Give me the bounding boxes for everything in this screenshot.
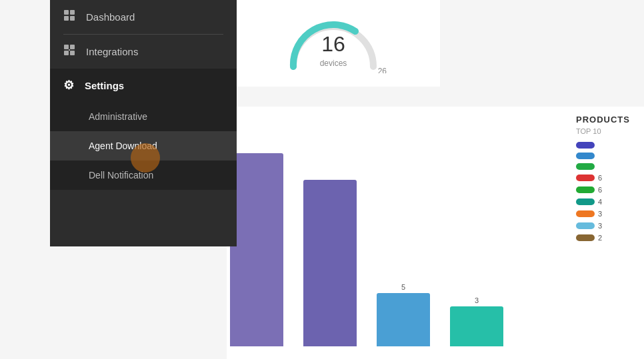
product-item-6: 4 [576, 198, 639, 206]
product-item-3 [576, 163, 639, 170]
product-color-9 [576, 234, 595, 241]
product-count-8: 3 [598, 222, 602, 230]
bar-item-3: 5 [377, 283, 430, 346]
bar-item-2 [303, 178, 357, 346]
agent-download-label: Agent Download [89, 141, 157, 151]
gauge-widget: 16 devices 26 [227, 0, 440, 87]
integrations-label: Integrations [86, 46, 138, 57]
settings-header[interactable]: ⚙ Settings [50, 69, 237, 102]
products-title: PRODUCTS [576, 115, 639, 125]
product-item-7: 3 [576, 210, 639, 218]
product-color-6 [576, 198, 595, 205]
gauge-max: 26 [378, 67, 387, 73]
product-color-8 [576, 222, 595, 229]
product-color-3 [576, 163, 595, 170]
settings-icon: ⚙ [63, 78, 74, 93]
bar-chart: 5 3 [230, 140, 577, 353]
dashboard-label: Dashboard [86, 11, 135, 23]
svg-rect-7 [70, 51, 75, 55]
product-item-2 [576, 153, 639, 159]
sidebar-item-dashboard[interactable]: Dashboard [50, 0, 237, 34]
gauge-value: 16 [321, 32, 345, 57]
product-count-5: 6 [598, 186, 602, 194]
product-count-6: 4 [598, 198, 602, 206]
product-item-4: 6 [576, 174, 639, 182]
svg-rect-4 [64, 45, 69, 49]
product-color-7 [576, 210, 595, 217]
sidebar-item-administrative[interactable]: Administrative [50, 102, 237, 131]
product-count-4: 6 [598, 174, 602, 182]
svg-rect-1 [70, 10, 75, 15]
sidebar-item-integrations[interactable]: Integrations [50, 35, 237, 69]
top10-label: TOP 10 [576, 127, 639, 135]
bar-value-4: 3 [475, 296, 479, 304]
integrations-icon [63, 44, 75, 59]
product-item-1 [576, 142, 639, 149]
svg-rect-6 [64, 51, 69, 55]
sidebar-item-dell-notification[interactable]: Dell Notification [50, 161, 237, 190]
bar-1 [230, 153, 283, 346]
sidebar-item-agent-download[interactable]: Agent Download [50, 131, 237, 161]
products-panel: PRODUCTS TOP 10 6 6 4 3 3 2 [571, 107, 644, 359]
product-item-5: 6 [576, 186, 639, 194]
bar-2 [303, 180, 357, 346]
bar-3 [377, 293, 430, 346]
product-color-2 [576, 153, 595, 159]
bar-value-3: 5 [401, 283, 405, 291]
sidebar: Dashboard Integrations ⚙ Settings Admini… [50, 0, 237, 246]
bar-item-1 [230, 151, 283, 346]
product-count-9: 2 [598, 234, 602, 242]
svg-rect-0 [64, 10, 69, 15]
svg-rect-3 [70, 16, 75, 21]
settings-section: ⚙ Settings Administrative Agent Download… [50, 69, 237, 190]
product-count-7: 3 [598, 210, 602, 218]
dell-notification-label: Dell Notification [89, 170, 153, 180]
svg-rect-5 [70, 45, 75, 49]
product-color-5 [576, 186, 595, 193]
bar-item-4: 3 [450, 296, 503, 346]
dashboard-icon [63, 9, 75, 25]
administrative-label: Administrative [89, 111, 147, 122]
product-color-1 [576, 142, 595, 149]
bar-4 [450, 306, 503, 346]
svg-rect-2 [64, 16, 69, 21]
settings-label: Settings [85, 80, 124, 91]
product-color-4 [576, 175, 595, 181]
gauge-container: 16 devices 26 [280, 13, 387, 73]
product-item-9: 2 [576, 234, 639, 242]
gauge-unit: devices [320, 59, 347, 68]
product-item-8: 3 [576, 222, 639, 230]
